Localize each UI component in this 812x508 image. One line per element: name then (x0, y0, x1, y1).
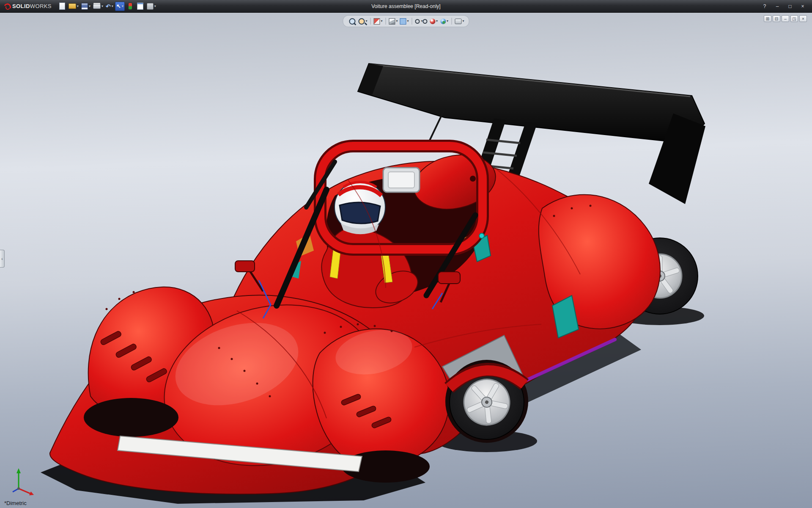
rebuild-semaphore-icon[interactable] (126, 2, 135, 11)
toolbar-separator (385, 18, 386, 25)
solidworks-logo: SOLIDWORKS (3, 3, 52, 10)
zoom-to-area-icon[interactable]: ▾ (358, 17, 368, 26)
minimize-button[interactable]: – (771, 2, 783, 11)
undo-icon[interactable]: ↶▾ (105, 2, 114, 11)
dropdown-caret-icon: ▾ (102, 5, 103, 8)
doc-restore-button[interactable]: ◳ (790, 15, 798, 22)
options-icon[interactable]: ▾ (146, 2, 157, 11)
close-button[interactable]: × (797, 2, 809, 11)
dropdown-caret-icon: ▾ (421, 19, 423, 23)
save-icon[interactable]: ▾ (80, 2, 91, 11)
heads-up-toolbar: ▾▾▾▾▾▾▾▾ (343, 15, 469, 27)
logo-text-light: WORKS (30, 3, 52, 9)
logo-text-bold: SOLID (12, 3, 30, 9)
dropdown-caret-icon: ▾ (381, 19, 382, 23)
view-orientation-icon[interactable]: ▾ (388, 17, 398, 26)
display-style-icon[interactable]: ▾ (400, 17, 409, 26)
print-icon[interactable]: ▾ (92, 2, 104, 11)
doc-minimize-button[interactable]: – (782, 15, 789, 22)
document-window-controls: ⊞⊟–◳× (764, 15, 807, 22)
titlebar: SOLIDWORKS ▾▾▾↶▾↖▾▾ Voiture assemblee [R… (0, 0, 812, 13)
undo-glyph: ↶ (106, 3, 111, 9)
view-orientation-label: *Dimetric (4, 500, 27, 506)
dropdown-caret-icon: ▾ (77, 5, 79, 8)
dropdown-caret-icon: ▾ (463, 19, 464, 23)
toolbar-separator (370, 18, 370, 25)
toolbar-separator (412, 18, 412, 25)
main-toolbar: ▾▾▾↶▾↖▾▾ (58, 2, 157, 11)
dropdown-caret-icon: ▾ (89, 5, 91, 8)
hide-show-items-icon[interactable]: ▾ (415, 17, 428, 26)
dropdown-caret-icon: ▾ (154, 5, 156, 8)
maximize-button[interactable]: □ (784, 2, 796, 11)
section-view-icon[interactable]: ▾ (373, 17, 383, 26)
dropdown-caret-icon: ▾ (407, 19, 409, 23)
feature-tree-collapse-tab[interactable]: ‹ (0, 250, 5, 268)
dropdown-caret-icon: ▾ (447, 19, 448, 23)
window-controls: ?–□× (759, 2, 809, 11)
solidworks-logo-icon (3, 3, 10, 10)
window-title: Voiture assemblee [Read-only] (371, 3, 440, 9)
car-3d-model[interactable] (0, 13, 812, 508)
select-tool-icon[interactable]: ↖▾ (115, 2, 125, 11)
dropdown-caret-icon: ▾ (436, 19, 438, 23)
help-button[interactable]: ? (759, 2, 771, 11)
doc-close-button[interactable]: × (799, 15, 807, 22)
orientation-triad (6, 463, 40, 497)
app-window: SOLIDWORKS ▾▾▾↶▾↖▾▾ Voiture assemblee [R… (0, 0, 812, 508)
dropdown-caret-icon: ▾ (396, 19, 398, 23)
edit-appearance-icon[interactable]: ▾ (429, 17, 439, 26)
file-properties-icon[interactable] (136, 2, 145, 11)
view-settings-icon[interactable]: ▾ (455, 17, 465, 26)
dropdown-caret-icon: ▾ (112, 5, 113, 8)
dropdown-caret-icon: ▾ (122, 5, 123, 8)
select-tool-glyph: ↖ (116, 3, 121, 9)
viewport-single-button[interactable]: ⊟ (773, 15, 780, 22)
solidworks-logo-text: SOLIDWORKS (12, 3, 52, 9)
open-document-icon[interactable]: ▾ (68, 2, 80, 11)
new-document-icon[interactable] (58, 2, 67, 11)
toolbar-separator (452, 18, 452, 25)
viewport-split-button[interactable]: ⊞ (764, 15, 771, 22)
apply-scene-icon[interactable]: ▾ (440, 17, 449, 26)
zoom-to-fit-icon[interactable] (347, 17, 357, 26)
dropdown-caret-icon: ▾ (365, 19, 367, 23)
graphics-viewport[interactable]: ▾▾▾▾▾▾▾▾ ⊞⊟–◳× ‹ *Dimetric (0, 13, 812, 508)
